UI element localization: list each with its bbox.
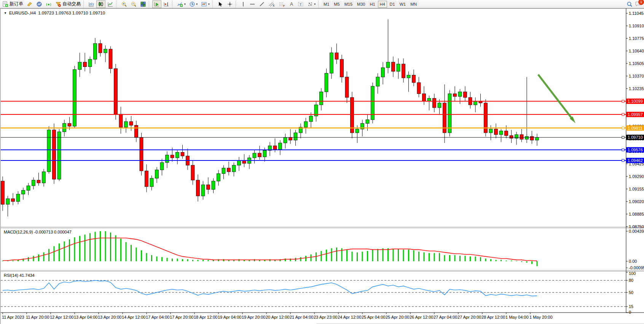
timeframe-button-m1[interactable]: M1 xyxy=(322,1,331,8)
text-tool-button[interactable]: A xyxy=(287,0,296,8)
toolbar-separator xyxy=(83,1,86,8)
macd-histogram-bar xyxy=(13,260,14,261)
trendline-tool-button[interactable] xyxy=(257,0,266,8)
macd-histogram-bar xyxy=(161,257,163,261)
vertical-line-tool-button[interactable] xyxy=(239,0,247,8)
equidistant-channel-tool-button[interactable]: E xyxy=(267,0,277,8)
chevron-down-icon[interactable]: ▼ xyxy=(4,11,7,15)
macd-histogram-bar xyxy=(100,231,101,261)
cursor-button[interactable] xyxy=(216,0,225,8)
timeframe-button-h4[interactable]: H4 xyxy=(378,1,387,8)
indicators-button[interactable]: ▾ xyxy=(175,0,187,8)
timeframe-button-d1[interactable]: D1 xyxy=(388,1,397,8)
line-handle[interactable] xyxy=(622,113,624,116)
macd-histogram-bar xyxy=(449,255,450,261)
candle-body xyxy=(73,70,77,126)
macd-histogram-bar xyxy=(198,260,199,261)
zoom-out-button[interactable] xyxy=(129,0,138,8)
timeframe-button-m15[interactable]: M15 xyxy=(343,1,354,8)
candle-body xyxy=(145,171,148,187)
chart-shift-icon xyxy=(163,1,169,7)
candle-body xyxy=(78,62,81,70)
signals-button[interactable] xyxy=(44,0,53,8)
timeframe-button-m5[interactable]: M5 xyxy=(332,1,341,8)
time-axis-label: 28 Apr 12:00 xyxy=(481,315,505,319)
line-handle[interactable] xyxy=(622,100,624,102)
macd-histogram-bar xyxy=(79,236,80,261)
candle-body xyxy=(294,133,297,140)
price-tag-label: 1.10099 xyxy=(628,99,643,103)
macd-histogram-bar xyxy=(444,255,445,261)
candle-body xyxy=(536,137,539,140)
price-tick-label: 1.10505 xyxy=(629,61,644,66)
macd-histogram-bar xyxy=(403,249,404,261)
line-chart-type-button[interactable] xyxy=(106,0,115,8)
new-order-button[interactable]: 新订单 xyxy=(1,0,25,8)
horizontal-line-tool-button[interactable] xyxy=(248,0,257,8)
tile-windows-button[interactable] xyxy=(139,0,148,8)
macd-histogram-bar xyxy=(192,260,193,261)
price-tick-label: 1.10370 xyxy=(629,74,644,78)
auto-scroll-button[interactable] xyxy=(152,0,161,8)
crosshair-button[interactable] xyxy=(225,0,234,8)
macd-histogram-bar xyxy=(434,253,435,261)
candle-body xyxy=(520,135,523,139)
timeframe-button-m30[interactable]: M30 xyxy=(355,1,367,8)
autotrading-button[interactable]: 自动交易 xyxy=(54,0,82,8)
chart-canvas[interactable]: 1.110451.109101.107751.106401.105051.103… xyxy=(1,8,644,324)
price-tick-label: 1.09155 xyxy=(629,187,644,191)
macd-histogram-bar xyxy=(336,248,337,261)
line-chart-icon xyxy=(107,1,113,7)
svg-text:T: T xyxy=(300,2,302,6)
candle-body xyxy=(284,137,287,143)
zoom-in-icon xyxy=(121,1,127,7)
macd-histogram-bar xyxy=(393,249,394,261)
line-handle[interactable] xyxy=(622,159,624,162)
mt4-application: { "toolbar": { "new_order_label": "新订单",… xyxy=(0,0,644,324)
toolbar-separator xyxy=(318,1,320,8)
candle-body xyxy=(489,129,493,133)
candle-body xyxy=(171,155,174,158)
autotrading-icon xyxy=(55,1,61,7)
bar-chart-type-button[interactable] xyxy=(87,0,96,8)
macd-histogram-bar xyxy=(429,253,430,261)
macd-histogram-bar xyxy=(89,233,91,261)
time-axis-label: 25 Apr 04:00 xyxy=(362,315,385,319)
notifications-button[interactable]: 1 xyxy=(635,1,642,8)
candle-body xyxy=(412,75,416,83)
macd-histogram-bar xyxy=(511,260,512,261)
line-handle[interactable] xyxy=(622,136,624,138)
macd-histogram-bar xyxy=(136,248,137,261)
price-tag-label: 1.09462 xyxy=(628,158,643,163)
fibonacci-tool-button[interactable]: F xyxy=(277,0,287,8)
vertical-line-icon xyxy=(241,1,246,7)
timeframe-button-w1[interactable]: W1 xyxy=(398,1,408,8)
candlestick-chart-type-button[interactable] xyxy=(96,0,105,8)
zoom-in-button[interactable] xyxy=(120,0,129,8)
metaeditor-button[interactable] xyxy=(25,0,34,8)
chart-ohlc-values: 1.09723 1.09763 1.09710 1.09710 xyxy=(38,11,105,15)
market-watch-button[interactable] xyxy=(35,0,44,8)
chart-shift-button[interactable] xyxy=(162,0,171,8)
timeframe-button-h1[interactable]: H1 xyxy=(368,1,377,8)
arrows-tool-button[interactable]: ▾ xyxy=(306,0,317,8)
candle-body xyxy=(258,153,261,157)
search-icon[interactable] xyxy=(626,1,633,7)
macd-histogram-bar xyxy=(454,255,456,261)
line-handle[interactable] xyxy=(622,127,624,129)
periods-button[interactable]: ▾ xyxy=(188,0,199,8)
candle-body xyxy=(309,116,313,122)
trend-arrow-object[interactable] xyxy=(538,75,573,120)
candle-body xyxy=(16,194,20,202)
candle-body xyxy=(253,153,256,158)
macd-histogram-bar xyxy=(300,257,301,261)
template-icon xyxy=(201,1,207,7)
price-tick-label: 1.10910 xyxy=(629,24,644,28)
candle-body xyxy=(83,62,87,67)
line-handle[interactable] xyxy=(622,149,624,151)
candle-body xyxy=(407,75,410,78)
timeframe-button-mn[interactable]: MN xyxy=(408,1,419,8)
candle-body xyxy=(464,92,467,98)
templates-button[interactable]: ▾ xyxy=(199,0,211,8)
text-label-tool-button[interactable]: T xyxy=(296,0,305,8)
